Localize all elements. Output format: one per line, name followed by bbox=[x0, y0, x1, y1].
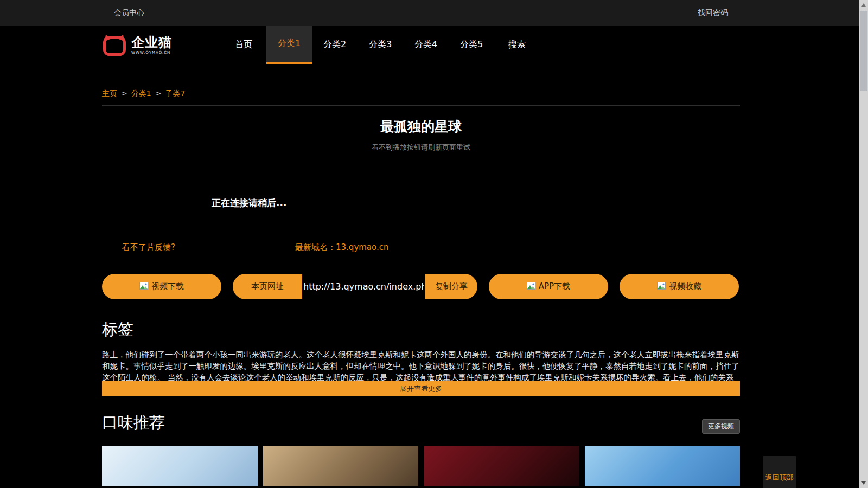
find-password-link[interactable]: 找回密码 bbox=[698, 8, 728, 18]
broken-image-icon bbox=[657, 282, 666, 292]
video-thumbnail-2[interactable] bbox=[263, 446, 419, 486]
video-thumbnail-1[interactable] bbox=[102, 446, 258, 486]
topbar: 会员中心 找回密码 bbox=[0, 0, 868, 26]
video-download-button[interactable]: 视频下载 bbox=[102, 274, 221, 299]
video-subtitle: 看不到播放按钮请刷新页面重试 bbox=[102, 143, 740, 152]
video-thumbnail-4[interactable] bbox=[585, 446, 741, 486]
page-url-label: 本页网址 bbox=[233, 281, 302, 292]
app-download-button[interactable]: APP下载 bbox=[489, 274, 608, 299]
nav-item-分类4[interactable]: 分类4 bbox=[403, 26, 449, 64]
video-favorite-button[interactable]: 视频收藏 bbox=[620, 274, 739, 299]
tags-description: 路上，他们碰到了一个带着两个小孩一同出来游玩的老人。这个老人很怀疑埃里克斯和妮卡… bbox=[102, 349, 740, 381]
breadcrumb-link-子类7[interactable]: 子类7 bbox=[165, 89, 185, 98]
recommend-heading: 口味推荐 bbox=[102, 412, 165, 434]
app-download-label: APP下载 bbox=[539, 281, 570, 292]
breadcrumb-separator: > bbox=[121, 89, 127, 98]
recommend-thumbnails bbox=[102, 446, 740, 486]
nav-item-分类5[interactable]: 分类5 bbox=[449, 26, 494, 64]
action-buttons-row: 视频下载 本页网址 复制分享 APP下载 视频收藏 bbox=[102, 274, 740, 299]
video-title: 最孤独的星球 bbox=[102, 118, 740, 136]
scrollbar-up-arrow-icon[interactable] bbox=[861, 3, 866, 7]
video-download-label: 视频下载 bbox=[151, 281, 184, 292]
page-url-input[interactable] bbox=[302, 274, 425, 299]
cat-logo-icon bbox=[102, 34, 127, 56]
latest-domain: 最新域名：13.qymao.cn bbox=[295, 242, 389, 253]
logo-title: 企业猫 bbox=[131, 36, 172, 49]
logo-subtitle: WWW.QYMAO.CN bbox=[131, 50, 172, 55]
scrollbar[interactable] bbox=[859, 0, 868, 488]
site-logo[interactable]: 企业猫 WWW.QYMAO.CN bbox=[102, 26, 172, 64]
back-to-top-button[interactable]: 返回顶部 bbox=[763, 456, 796, 488]
copy-share-button[interactable]: 复制分享 bbox=[425, 281, 477, 292]
breadcrumb-link-分类1[interactable]: 分类1 bbox=[131, 89, 151, 98]
more-videos-button[interactable]: 更多视频 bbox=[702, 419, 740, 434]
expand-more-button[interactable]: 展开查看更多 bbox=[102, 381, 740, 396]
player-info-row: 看不了片反馈? 最新域名：13.qymao.cn bbox=[102, 242, 740, 253]
video-player[interactable]: 正在连接请稍后... bbox=[102, 152, 740, 239]
main-header: 企业猫 WWW.QYMAO.CN 首页分类1分类2分类3分类4分类5搜索 bbox=[0, 26, 868, 64]
nav-item-分类2[interactable]: 分类2 bbox=[312, 26, 358, 64]
tags-heading: 标签 bbox=[102, 319, 740, 341]
scrollbar-down-arrow-icon[interactable] bbox=[861, 481, 866, 485]
domain-label: 最新域名： bbox=[295, 242, 336, 252]
breadcrumb-separator: > bbox=[155, 89, 162, 98]
broken-image-icon bbox=[139, 282, 148, 292]
feedback-link[interactable]: 看不了片反馈? bbox=[122, 242, 175, 253]
member-center-link[interactable]: 会员中心 bbox=[114, 8, 144, 18]
broken-image-icon bbox=[527, 282, 535, 292]
nav-item-分类1[interactable]: 分类1 bbox=[266, 26, 312, 64]
nav-item-分类3[interactable]: 分类3 bbox=[358, 26, 403, 64]
main-nav: 首页分类1分类2分类3分类4分类5搜索 bbox=[221, 26, 540, 64]
recommend-header: 口味推荐 更多视频 bbox=[102, 412, 740, 434]
video-favorite-label: 视频收藏 bbox=[669, 281, 701, 292]
nav-item-首页[interactable]: 首页 bbox=[221, 26, 266, 64]
domain-value: 13.qymao.cn bbox=[336, 242, 389, 252]
scrollbar-thumb[interactable] bbox=[860, 11, 867, 91]
breadcrumb-link-主页[interactable]: 主页 bbox=[102, 89, 117, 98]
divider bbox=[102, 105, 740, 106]
video-thumbnail-3[interactable] bbox=[424, 446, 579, 486]
nav-item-搜索[interactable]: 搜索 bbox=[494, 26, 540, 64]
player-status-text: 正在连接请稍后... bbox=[212, 197, 286, 209]
page-url-share-group: 本页网址 复制分享 bbox=[233, 274, 477, 299]
breadcrumb: 主页>分类1>子类7 bbox=[102, 64, 740, 99]
